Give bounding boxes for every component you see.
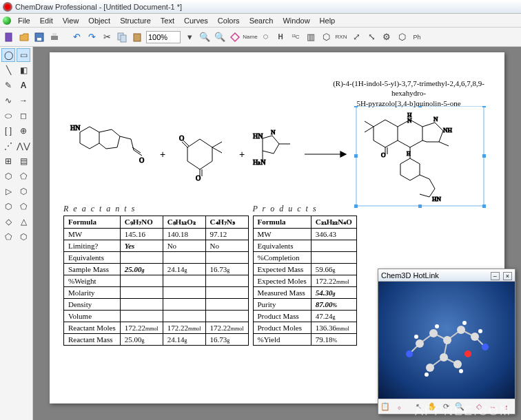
line-tool[interactable]: ╲ [1,63,15,77]
menu-structure[interactable]: Structure [116,15,155,26]
table-row[interactable]: Sample Mass25.00g24.14g16.73g [64,264,249,275]
contract-icon[interactable]: ⤡ [365,31,378,43]
menu-window[interactable]: Window [278,15,314,26]
open-icon[interactable] [18,31,30,43]
close-icon[interactable]: × [503,272,512,280]
brackets-tool[interactable]: [ ] [1,124,15,138]
table-row[interactable]: Reactant Mass25.00g24.14g16.73g [64,334,249,346]
menu-help[interactable]: Help [316,15,340,26]
reaction-scheme[interactable]: HN O + O O [63,106,491,209]
template2-tool[interactable]: ⬠ [17,169,30,183]
chem3d-hotlink-window[interactable]: Chem3D HotLink – × [378,269,515,414]
h-atoms-icon[interactable]: H [274,31,287,43]
zoom-in-icon[interactable]: 🔍 [214,31,226,43]
menu-colors[interactable]: Colors [214,15,244,26]
table-row[interactable]: Limiting?YesNoNo [64,240,249,252]
table-row[interactable]: MW145.16140.1897.12 [64,229,249,240]
menu-curves[interactable]: Curves [180,15,212,26]
hl-frame-icon[interactable]: ◇ [473,401,484,412]
undo-icon[interactable]: ↶ [70,31,83,43]
rxn-icon[interactable]: RXN [335,31,347,43]
lasso-tool[interactable]: ◯ [1,48,15,62]
table-row[interactable]: Density [64,299,249,311]
redo-icon[interactable]: ↷ [85,31,98,43]
expand-icon[interactable]: ⤢ [350,31,362,43]
analysis-icon[interactable]: ▥ [305,31,317,43]
hl-axis1-icon[interactable]: ↔ [487,401,498,412]
zoom-combo[interactable] [146,31,181,43]
print-icon[interactable] [48,31,61,43]
eraser-tool[interactable]: ◧ [17,63,30,77]
table-row[interactable]: %Weight [64,275,249,287]
ph-icon[interactable]: Ph [411,31,423,43]
hl-zoom-icon[interactable]: 🔍 [454,401,465,412]
gear-icon[interactable]: ⚙ [380,31,393,43]
arrow-tool[interactable]: → [17,94,30,107]
table-row[interactable]: Measured Mass54.30g [253,287,356,299]
cyclobutane-tool[interactable]: ◇ [1,215,15,229]
bond-tool[interactable]: ⋰ [1,139,15,153]
table-row[interactable]: %Yield79.18% [253,334,356,346]
menu-text[interactable]: Text [156,15,178,26]
table-row[interactable]: Volume [64,311,249,322]
c13-icon[interactable]: ¹³C [289,31,302,43]
table-row[interactable]: MW346.43 [253,229,356,240]
table-row[interactable]: Product Mass47.24g [253,311,356,322]
table-row[interactable]: Equivalents [253,240,356,252]
table-row[interactable]: %Completion [253,252,356,264]
struct-name-icon[interactable]: ⬡ [259,31,272,43]
menu-object[interactable]: Object [84,15,114,26]
copy-icon[interactable] [116,31,128,43]
reactants-table[interactable]: FormulaC₉H₇NOC₈H₁₂O₂C₄H₇N₃ MW145.16140.1… [63,216,249,346]
chain-tool[interactable]: ⋀⋁ [17,139,30,153]
curve-tool[interactable]: ∿ [1,94,15,107]
menu-file[interactable]: File [14,15,34,26]
hotlink-3d-view[interactable] [378,282,515,399]
products-table[interactable]: FormulaC₂₁H₂₂N₄O MW346.43Equivalents%Com… [253,216,357,346]
cyclopropane-tool[interactable]: △ [17,215,30,229]
table-row[interactable]: Reactant Moles172.22mmol172.22mmol172.22… [64,322,249,334]
hotlink-titlebar[interactable]: Chem3D HotLink – × [378,269,515,282]
table-row[interactable]: Molarity [64,287,249,299]
cyclohexane-tool[interactable]: ⬡ [1,200,15,213]
props-icon[interactable]: ⬡ [396,31,408,43]
table-row[interactable]: Product Moles136.36mmol [253,322,356,334]
hl-rotate-icon[interactable]: ⟳ [440,401,451,412]
table-tool[interactable]: ⊞ [1,154,15,168]
play-tool[interactable]: ▷ [1,185,15,198]
dropdown-icon[interactable]: ▾ [183,31,196,43]
chem-symbol-tool[interactable]: ⊕ [17,124,30,138]
hl-move-icon[interactable]: ✋ [427,401,438,412]
clean-icon[interactable]: ⬡ [320,31,332,43]
hl-copy-icon[interactable]: 📋 [380,401,391,412]
ring2-tool[interactable]: ⬡ [17,230,30,244]
table-row[interactable]: Equivalents [64,252,249,264]
ring-tool[interactable]: ⬠ [1,230,15,244]
chem3d-icon[interactable] [229,31,241,43]
menu-edit[interactable]: Edit [36,15,57,26]
cut-icon[interactable]: ✂ [101,31,113,43]
hl-axis2-icon[interactable]: ↕ [501,401,512,412]
tlc-tool[interactable]: ▤ [17,154,30,168]
text-tool[interactable]: A [17,78,30,92]
minimize-icon[interactable]: – [491,272,500,280]
zoom-out-icon[interactable]: 🔍 [198,31,211,43]
save-icon[interactable] [33,31,45,43]
shapes-tool[interactable]: ◻ [17,109,30,123]
menu-view[interactable]: View [59,15,83,26]
benzene-tool[interactable]: ⬡ [17,185,30,198]
hl-link-icon[interactable]: ⬨ [394,401,405,412]
name-tool-icon[interactable]: Name [244,31,256,43]
cyclopentane-tool[interactable]: ⬠ [17,200,30,213]
table-row[interactable]: Purity87.00% [253,299,356,311]
pen-tool[interactable]: ✎ [1,78,15,92]
template1-tool[interactable]: ⬡ [1,169,15,183]
marquee-tool[interactable]: ▭ [17,48,30,62]
hl-select-icon[interactable]: ↖ [413,401,424,412]
new-doc-icon[interactable] [3,31,15,43]
table-row[interactable]: Expected Moles172.22mmol [253,275,356,287]
paste-icon[interactable] [131,31,143,43]
table-row[interactable]: Expected Mass59.66g [253,264,356,275]
menu-search[interactable]: Search [245,15,278,26]
orbital-tool[interactable]: ⬭ [1,109,15,123]
